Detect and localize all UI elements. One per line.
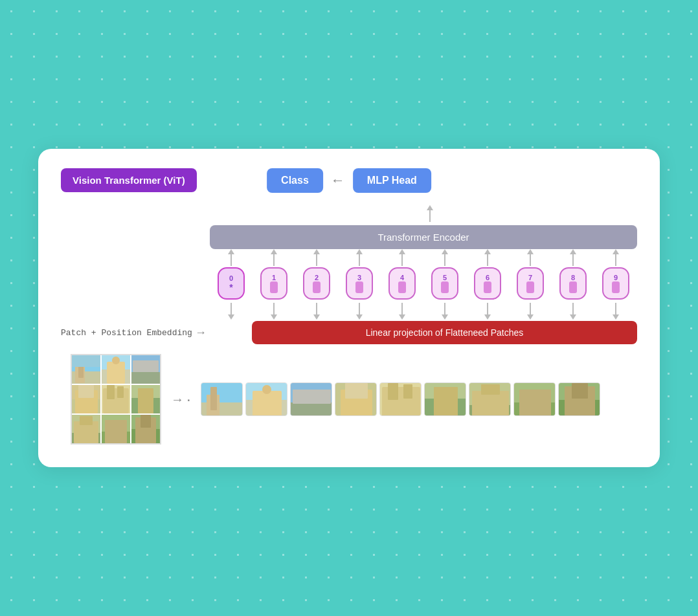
up-arrow-6 [484, 249, 491, 266]
svg-rect-19 [117, 386, 124, 398]
token-bubble-2: 2 [303, 267, 330, 300]
class-badge: Class [267, 168, 323, 193]
left-arrow-icon: ← [331, 172, 345, 189]
token-bubble-8: 8 [559, 267, 587, 300]
svg-rect-15 [78, 385, 94, 398]
down-arrow-3 [356, 303, 363, 320]
token-6: 6 [474, 267, 501, 300]
token-3: 3 [346, 267, 373, 300]
token-bubble-3: 3 [346, 267, 373, 300]
token-2: 2 [303, 267, 330, 300]
up-arrow-3 [356, 249, 363, 266]
svg-rect-58 [481, 384, 500, 395]
token-0: 0 * [218, 267, 245, 300]
svg-point-8 [112, 357, 120, 364]
flat-patch-2 [290, 382, 332, 416]
token-bubble-9: 9 [602, 267, 629, 300]
svg-rect-47 [345, 383, 368, 399]
up-arrow-9 [613, 249, 619, 266]
diagram-wrapper: Transformer Encoder 0 [61, 205, 637, 321]
down-arrow-8 [570, 303, 576, 320]
svg-rect-7 [107, 362, 125, 384]
token-bubble-4: 4 [388, 267, 416, 300]
main-card: Vision Transformer (ViT) Class ← MLP Hea… [38, 149, 660, 467]
mlp-badge: MLP Head [353, 168, 431, 193]
token-bubble-7: 7 [517, 267, 544, 300]
up-arrow-1 [271, 249, 277, 266]
up-arrow-2 [313, 249, 320, 266]
token-9: 9 [602, 267, 629, 300]
svg-rect-44 [293, 390, 331, 404]
patch-cell-4 [102, 385, 130, 413]
patch-cell-7 [102, 415, 130, 443]
flat-patch-4 [379, 382, 422, 416]
image-grid [71, 354, 161, 445]
top-center-group: Class ← MLP Head [267, 168, 431, 193]
flat-patch-0 [201, 382, 243, 416]
svg-rect-51 [403, 384, 412, 399]
flat-patches [201, 382, 600, 416]
patch-label: Patch + Position Embedding → [61, 326, 252, 339]
down-arrows-row [210, 303, 637, 320]
full-width-area: Transformer Encoder 0 [210, 225, 637, 321]
vit-badge: Vision Transformer (ViT) [61, 168, 197, 192]
patch-cell-5 [131, 385, 160, 413]
svg-rect-10 [131, 372, 160, 384]
down-arrow-7 [527, 303, 534, 320]
flat-patch-1 [245, 382, 287, 416]
patch-cell-1 [102, 355, 130, 384]
flat-patch-8 [558, 382, 600, 416]
svg-rect-26 [80, 416, 93, 425]
svg-rect-49 [382, 387, 420, 416]
token-bubble-5: 5 [431, 267, 458, 300]
flat-patch-3 [335, 382, 377, 416]
svg-rect-50 [388, 383, 398, 400]
up-arrows-row [210, 249, 637, 266]
token-8: 8 [559, 267, 587, 300]
svg-rect-29 [105, 420, 127, 443]
svg-rect-37 [210, 387, 217, 410]
svg-rect-4 [72, 355, 100, 367]
top-row: Vision Transformer (ViT) Class ← MLP Hea… [61, 168, 637, 192]
svg-point-41 [262, 385, 271, 394]
patch-cell-8 [131, 415, 160, 443]
grid-to-flat-arrow: → · [171, 390, 191, 408]
svg-rect-43 [291, 402, 332, 416]
token-bubble-0: 0 * [218, 267, 245, 300]
up-arrow-7 [527, 249, 534, 266]
transformer-bar: Transformer Encoder [210, 225, 637, 249]
down-arrow-5 [442, 303, 448, 320]
flat-patch-7 [513, 382, 556, 416]
flat-patch-6 [469, 382, 511, 416]
linear-bar: Linear projection of Flatteneed Patches [252, 321, 637, 344]
tokens-row: 0 * 1 2 [210, 267, 637, 300]
patch-cell-2 [131, 355, 160, 384]
image-grid-container [71, 354, 161, 445]
token-5: 5 [431, 267, 458, 300]
down-arrow-9 [613, 303, 619, 320]
up-arrow-5 [442, 249, 448, 266]
bottom-section: → · [64, 354, 637, 445]
middle-section: Patch + Position Embedding → Linear proj… [61, 321, 637, 344]
down-arrow-4 [399, 303, 405, 320]
token-1: 1 [260, 267, 287, 300]
down-arrow-1 [271, 303, 277, 320]
down-arrow-6 [484, 303, 491, 320]
patch-cell-0 [72, 355, 100, 384]
token-bubble-6: 6 [474, 267, 501, 300]
svg-rect-40 [253, 391, 282, 416]
svg-rect-61 [519, 390, 551, 416]
down-arrow-2 [313, 303, 320, 320]
token-7: 7 [517, 267, 544, 300]
svg-rect-22 [138, 388, 153, 413]
top-connector [427, 205, 433, 222]
flat-patch-5 [424, 382, 466, 416]
svg-rect-33 [141, 415, 151, 428]
svg-rect-11 [133, 360, 159, 372]
svg-rect-18 [107, 385, 115, 399]
dot-separator: · [186, 390, 191, 408]
up-arrow-0 [228, 249, 234, 266]
svg-rect-65 [572, 383, 588, 399]
token-bubble-1: 1 [260, 267, 287, 300]
right-arrow-icon: → [171, 392, 184, 407]
